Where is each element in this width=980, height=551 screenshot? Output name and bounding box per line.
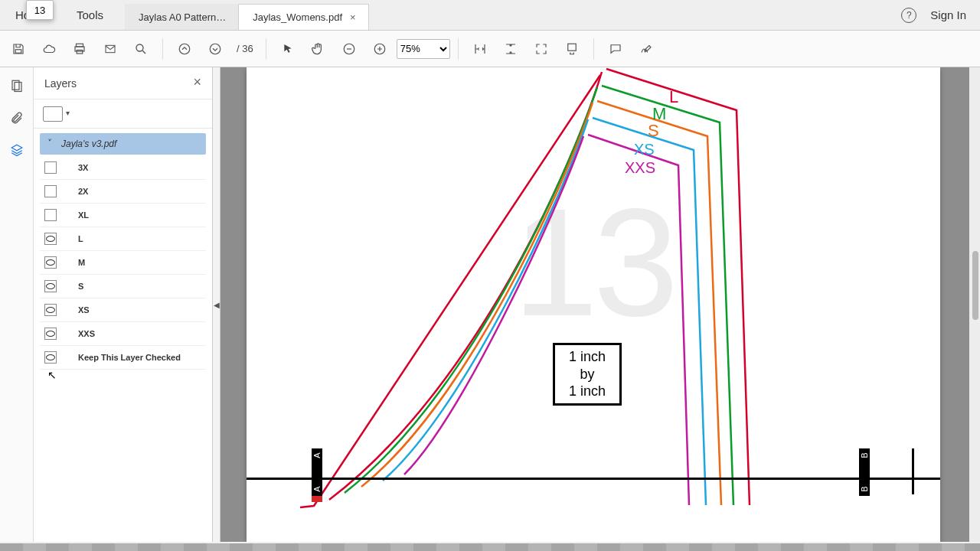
side-rail: [0, 67, 34, 542]
svg-text:L: L: [669, 87, 678, 106]
marker-b: B B: [859, 448, 870, 496]
close-icon[interactable]: ×: [350, 11, 356, 23]
document-viewport[interactable]: 13 L M S: [220, 67, 980, 542]
scrollbar-thumb[interactable]: [972, 251, 978, 320]
hand-tool-icon[interactable]: [305, 35, 332, 63]
fullscreen-icon[interactable]: [528, 35, 555, 63]
layer-name: S: [78, 282, 83, 291]
layer-name: M: [78, 258, 85, 267]
save-icon[interactable]: [5, 35, 32, 63]
visibility-toggle[interactable]: [44, 304, 57, 316]
tab-label: Jaylas A0 Pattern…: [139, 11, 226, 23]
svg-rect-0: [15, 49, 21, 53]
layer-row[interactable]: M: [40, 251, 206, 275]
menu-bar: Home Tools Jaylas A0 Pattern… Jaylas_Wom…: [0, 0, 980, 31]
tab-background-doc[interactable]: Jaylas A0 Pattern…: [125, 4, 239, 30]
select-tool-icon[interactable]: [274, 35, 302, 63]
layer-row[interactable]: XL: [40, 204, 206, 227]
page-down-icon[interactable]: [201, 35, 229, 63]
layer-name: XS: [78, 305, 90, 315]
layer-name: Keep This Layer Checked: [78, 353, 181, 362]
cloud-icon[interactable]: [35, 35, 63, 63]
search-icon[interactable]: [127, 35, 155, 63]
fit-height-icon[interactable]: [497, 35, 524, 63]
pattern-curves: L M S XS XXS: [247, 67, 940, 542]
svg-rect-10: [567, 44, 576, 51]
layer-row[interactable]: S: [40, 275, 206, 298]
fit-width-icon[interactable]: [466, 35, 494, 63]
layer-row[interactable]: Keep This Layer Checked: [40, 346, 206, 370]
comment-icon[interactable]: [602, 35, 629, 63]
svg-text:XS: XS: [634, 141, 655, 158]
layer-list: ˅ Jayla's v3.pdf 3X 2X XL L M S XS XXS K…: [34, 129, 212, 542]
svg-text:S: S: [648, 121, 659, 140]
pdf-page: 13 L M S: [247, 67, 940, 542]
svg-point-5: [136, 44, 143, 51]
print-icon[interactable]: [66, 35, 93, 63]
layer-options-menu[interactable]: [43, 106, 63, 122]
chevron-down-icon: ˅: [46, 138, 51, 148]
dock-shadow: [0, 543, 980, 551]
page-number-input[interactable]: [26, 0, 54, 20]
tab-label: Jaylas_Womens.pdf: [253, 11, 342, 23]
attachments-icon[interactable]: [8, 109, 26, 127]
visibility-toggle[interactable]: [44, 256, 57, 269]
chevron-left-icon: ◀: [214, 301, 220, 309]
cursor-icon: ↖: [47, 369, 57, 381]
visibility-toggle[interactable]: [44, 161, 57, 174]
toolbar: / 36 75%: [0, 31, 980, 67]
thumbnails-icon[interactable]: [8, 77, 26, 95]
layer-row[interactable]: 3X: [40, 156, 206, 180]
baseline: [247, 478, 940, 480]
sign-icon[interactable]: [632, 35, 660, 63]
tab-active-doc[interactable]: Jaylas_Womens.pdf ×: [239, 4, 368, 30]
layers-icon[interactable]: [8, 141, 26, 159]
visibility-toggle[interactable]: [44, 328, 57, 340]
visibility-toggle[interactable]: [44, 233, 57, 245]
panel-collapse-handle[interactable]: ◀: [213, 67, 220, 542]
svg-rect-3: [77, 50, 83, 54]
layer-name: L: [78, 234, 83, 243]
layer-name: 2X: [78, 187, 88, 196]
right-tick: [912, 448, 914, 494]
help-icon[interactable]: ?: [901, 8, 916, 23]
layer-name: XXS: [78, 329, 95, 338]
zoom-in-icon[interactable]: [366, 35, 394, 63]
panel-title: Layers: [44, 77, 77, 90]
layers-panel: Layers × ˅ Jayla's v3.pdf 3X 2X XL L M S…: [34, 67, 213, 542]
layer-root[interactable]: ˅ Jayla's v3.pdf: [40, 133, 206, 155]
layer-name: XL: [78, 210, 89, 220]
vertical-scrollbar[interactable]: [969, 67, 980, 542]
marker-a: A A: [312, 448, 322, 496]
layer-row[interactable]: XXS: [40, 322, 206, 346]
sign-in-link[interactable]: Sign In: [930, 8, 966, 21]
zoom-out-icon[interactable]: [335, 35, 363, 63]
page-up-icon[interactable]: [171, 35, 198, 63]
layer-row[interactable]: L: [40, 227, 206, 251]
read-mode-icon[interactable]: [558, 35, 586, 63]
mail-icon[interactable]: [96, 35, 124, 63]
layer-row[interactable]: 2X: [40, 180, 206, 204]
layer-row[interactable]: XS: [40, 298, 206, 322]
scale-box: 1 inch by 1 inch: [553, 343, 622, 406]
layer-name: 3X: [78, 163, 88, 172]
menu-tools[interactable]: Tools: [61, 0, 119, 30]
visibility-toggle[interactable]: [44, 280, 57, 292]
layer-root-name: Jayla's v3.pdf: [61, 139, 116, 149]
document-tabs: Jaylas A0 Pattern… Jaylas_Womens.pdf ×: [125, 0, 369, 30]
page-total: / 36: [232, 43, 258, 54]
svg-point-7: [210, 44, 220, 54]
svg-point-6: [179, 44, 190, 54]
visibility-toggle[interactable]: [44, 185, 57, 197]
visibility-toggle[interactable]: [44, 209, 57, 221]
svg-text:XXS: XXS: [625, 159, 655, 176]
visibility-toggle[interactable]: [44, 351, 57, 364]
close-icon[interactable]: ×: [193, 74, 201, 90]
zoom-select[interactable]: 75%: [397, 39, 450, 59]
